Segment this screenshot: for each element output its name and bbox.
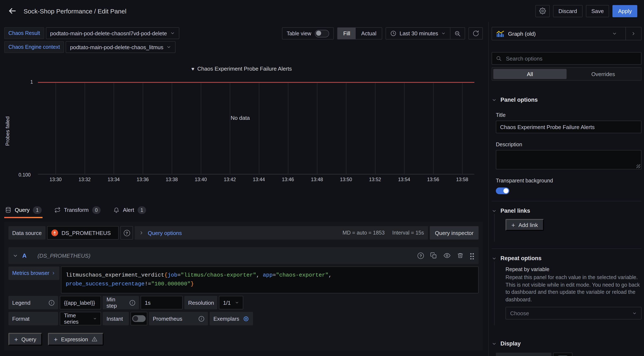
repeat-options-body: Repeat by variable Repeat this panel for…	[494, 261, 642, 325]
prometheus-type-label: Prometheus i	[149, 312, 208, 325]
x-tick-label: 13:38	[166, 177, 178, 182]
chaos-result-dropdown[interactable]: podtato-main-pod-delete-chaosnl7vd-pod-d…	[46, 27, 179, 39]
x-tick-label: 13:30	[50, 177, 62, 182]
panel-links-header[interactable]: Panel links	[492, 208, 642, 214]
exemplars-icon[interactable]	[243, 316, 250, 322]
table-view-toggle[interactable]	[315, 30, 329, 37]
x-tick-label: 13:36	[136, 177, 149, 182]
panel-settings-button[interactable]	[536, 5, 550, 17]
table-view-control: Table view	[282, 27, 334, 39]
panel-description-textarea[interactable]	[496, 150, 642, 169]
transparent-bg-toggle[interactable]	[496, 187, 509, 194]
tab-all[interactable]: All	[493, 69, 566, 79]
tab-overrides[interactable]: Overrides	[566, 69, 640, 79]
legend-input[interactable]: {{app_label}} - {{chaos…	[60, 296, 101, 309]
chevron-down-icon	[166, 44, 171, 50]
add-expression-label: Expression	[61, 336, 88, 342]
promql-editor[interactable]: litmuschaos_experiment_verdict{job="litm…	[61, 266, 478, 293]
resolution-select[interactable]: 1/1	[219, 296, 243, 309]
trash-icon[interactable]	[457, 252, 464, 259]
viz-name: Graph (old)	[508, 30, 536, 37]
page-title: Sock-Shop Performance / Edit Panel	[24, 7, 126, 14]
min-step-input[interactable]: 1s	[140, 296, 183, 309]
panel-title-input[interactable]	[496, 121, 642, 133]
actual-option[interactable]: Actual	[356, 28, 382, 39]
format-select[interactable]: Time series	[60, 312, 101, 325]
panel-header[interactable]: ♥ Chaos Experiment Probe Failure Alerts	[0, 66, 483, 72]
transform-count-badge: 0	[92, 206, 100, 214]
gridline	[201, 82, 201, 174]
tab-transform[interactable]: Transform 0	[54, 203, 102, 217]
x-tick-label: 13:42	[224, 177, 236, 182]
display-header[interactable]: Display	[492, 341, 642, 347]
zoom-out-button[interactable]	[450, 28, 465, 39]
metrics-browser-button[interactable]: Metrics browser	[8, 266, 59, 280]
resize-handle[interactable]	[636, 164, 640, 168]
discard-button[interactable]: Discard	[553, 5, 582, 17]
back-arrow-icon[interactable]	[7, 5, 18, 16]
add-link-button[interactable]: + Add link	[506, 219, 544, 231]
plus-icon: +	[14, 336, 18, 343]
chart: 1 0.100 Probes failed No data	[38, 82, 474, 175]
viz-expand-button[interactable]	[626, 27, 641, 40]
save-button[interactable]: Save	[586, 5, 609, 17]
min-step-label: Min step i	[103, 296, 139, 309]
add-query-button[interactable]: + Query	[8, 333, 42, 346]
gridline	[143, 82, 143, 174]
prometheus-icon	[51, 229, 58, 236]
chevron-down-icon	[492, 97, 497, 102]
alert-heart-icon: ♥	[191, 66, 194, 72]
gridline	[230, 82, 230, 174]
legend-value: {{app_label}} - {{chaos…	[64, 300, 97, 306]
instant-toggle-box	[130, 312, 147, 325]
repeat-variable-select[interactable]: Choose	[506, 307, 642, 320]
apply-button[interactable]: Apply	[613, 5, 637, 17]
options-sidebar: Graph (old) All Overrides	[489, 22, 644, 356]
gridline	[259, 82, 259, 174]
help-icon: ?	[124, 230, 130, 236]
datasource-picker[interactable]: DS_PROMETHEUS	[47, 226, 119, 240]
x-tick-label: 13:34	[108, 177, 120, 182]
options-search-input[interactable]	[505, 55, 637, 62]
display-body: Bars	[492, 353, 642, 356]
plus-icon: +	[512, 221, 515, 228]
drag-handle-icon[interactable]	[470, 252, 474, 259]
query-options-link[interactable]: Query options	[148, 230, 182, 236]
panel-links-body: + Add link	[494, 214, 642, 242]
resolution-value: 1/1	[223, 300, 231, 306]
choose-placeholder: Choose	[510, 310, 529, 316]
chaos-engine-dropdown[interactable]: podtato-main-pod-delete-chaos_litmus	[66, 41, 176, 53]
add-expression-button[interactable]: + Expression	[48, 333, 104, 346]
refresh-button[interactable]	[468, 27, 483, 39]
time-range-picker[interactable]: Last 30 minutes	[386, 28, 450, 39]
repeat-options-header[interactable]: Repeat options	[492, 255, 642, 261]
options-search[interactable]	[492, 52, 642, 65]
tab-alert[interactable]: Alert 1	[112, 203, 147, 217]
plot-area[interactable]: No data	[38, 82, 474, 175]
panel-links-heading: Panel links	[500, 208, 530, 214]
x-tick-label: 13:56	[427, 177, 439, 182]
x-tick-label: 13:52	[369, 177, 381, 182]
query-inspector-button[interactable]: Query inspector	[430, 226, 478, 240]
database-icon	[5, 207, 11, 213]
zoom-out-icon	[454, 30, 461, 37]
panel-options-header[interactable]: Panel options	[492, 97, 642, 103]
instant-toggle[interactable]	[132, 315, 146, 322]
query-row-header[interactable]: A (DS_PROMETHEUS) ?	[8, 247, 478, 264]
panel-toolbar: Table view Fill Actual Last 30 minutes	[282, 27, 483, 39]
chevron-down-icon	[114, 230, 114, 235]
datasource-help-button[interactable]: ?	[120, 226, 133, 240]
duplicate-icon[interactable]	[430, 252, 437, 259]
eye-icon[interactable]	[443, 252, 451, 259]
gridline	[317, 82, 317, 174]
prometheus-type-text: Prometheus	[153, 316, 182, 322]
panel-options-body: Title Description Transparent background	[492, 112, 642, 194]
graph-viz-icon	[496, 30, 504, 37]
tab-query[interactable]: Query 1	[4, 203, 42, 217]
chevron-down-icon	[492, 341, 497, 346]
query-options-bar: Query options MD = auto = 1853 Interval …	[135, 226, 428, 240]
fill-option[interactable]: Fill	[338, 28, 356, 39]
query-help-icon[interactable]: ?	[418, 252, 424, 259]
visualization-select[interactable]: Graph (old)	[492, 27, 626, 40]
alert-count-badge: 1	[138, 206, 146, 214]
